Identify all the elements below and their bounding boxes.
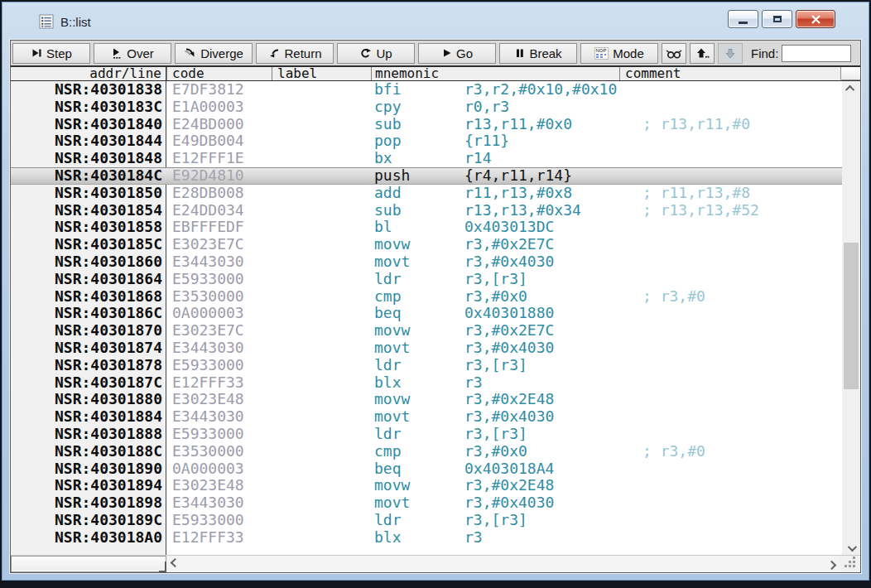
row-operands: r3 [464, 374, 619, 392]
table-row[interactable]: NSR:4030186C 0A000003 beq 0x40301880 [11, 305, 842, 322]
column-header-mnemonic[interactable]: mnemonic [371, 67, 619, 80]
row-address: NSR:4030187C [11, 374, 166, 392]
titlebar[interactable]: B::list [9, 4, 862, 39]
vertical-scrollbar[interactable] [842, 81, 860, 555]
row-address: NSR:40301848 [11, 150, 166, 167]
table-row[interactable]: NSR:40301880 E3023E48 movw r3,#0x2E48 [11, 391, 842, 408]
row-operands: r3,[r3] [464, 271, 619, 288]
table-row[interactable]: NSR:403018A0 E12FFF33 blx r3 [11, 529, 842, 547]
table-row[interactable]: NSR:40301848 E12FFF1E bx r14 [11, 150, 842, 167]
table-row[interactable]: NSR:40301840 E24BD000 sub r13,r11,#0x0 ;… [11, 116, 842, 133]
scroll-right-arrow[interactable] [825, 561, 840, 567]
maximize-button[interactable] [762, 10, 792, 28]
table-row[interactable]: NSR:4030184C E92D4810 push {r4,r11,r14} [11, 167, 842, 185]
row-address: NSR:40301850 [11, 185, 166, 202]
close-button[interactable] [796, 10, 835, 28]
table-row[interactable]: NSR:40301858 EBFFFEDF bl 0x403013DC [11, 219, 842, 236]
table-row[interactable]: NSR:40301898 E3443030 movt r3,#0x4030 [11, 494, 842, 512]
break-button[interactable]: Break [499, 43, 577, 64]
minimize-icon [739, 22, 748, 24]
row-comment: ; r3,#0 [619, 443, 842, 460]
table-row[interactable]: NSR:40301860 E3443030 movt r3,#0x4030 [11, 253, 842, 271]
row-address: NSR:4030188C [11, 443, 166, 460]
table-row[interactable]: NSR:40301838 E7DF3812 bfi r3,r2,#0x10,#0… [11, 81, 842, 99]
vertical-scroll-thumb[interactable] [844, 243, 859, 390]
table-row[interactable]: NSR:40301844 E49DB004 pop {r11} [11, 133, 842, 150]
over-button[interactable]: Over [94, 43, 171, 64]
row-code: E28DB008 [166, 185, 272, 202]
row-label [272, 271, 371, 288]
return-icon [267, 47, 280, 59]
column-header-addr[interactable]: addr/line [11, 67, 166, 80]
up-button[interactable]: Up [337, 43, 415, 64]
find-label: Find: [751, 46, 778, 60]
table-row[interactable]: NSR:40301870 E3023E7C movw r3,#0x2E7C [11, 322, 842, 340]
horizontal-scrollbar[interactable] [166, 556, 840, 572]
row-comment [619, 357, 842, 374]
column-header-comment[interactable]: comment [619, 67, 840, 80]
table-row[interactable]: NSR:4030183C E1A00003 cpy r0,r3 [11, 99, 842, 116]
column-header-code[interactable]: code [166, 67, 272, 80]
diverge-icon [184, 47, 196, 59]
row-mnemonic: sub [371, 202, 464, 219]
diverge-button[interactable]: Diverge [175, 43, 253, 64]
table-row[interactable]: NSR:40301888 E5933000 ldr r3,[r3] [11, 426, 842, 443]
scroll-down-arrow[interactable] [842, 541, 860, 555]
table-row[interactable]: NSR:4030187C E12FFF33 blx r3 [11, 374, 842, 392]
eyeglasses-button[interactable] [662, 43, 686, 64]
row-code: E3023E7C [166, 236, 272, 253]
table-row[interactable]: NSR:40301864 E5933000 ldr r3,[r3] [11, 271, 842, 288]
table-row[interactable]: NSR:4030185C E3023E7C movw r3,#0x2E7C [11, 236, 842, 253]
row-code: 0A000003 [166, 460, 272, 478]
return-button[interactable]: Return [256, 43, 334, 64]
row-code: E24BD000 [166, 116, 272, 133]
row-address: NSR:40301858 [11, 219, 166, 236]
table-row[interactable]: NSR:4030189C E5933000 ldr r3,[r3] [11, 512, 842, 529]
row-address: NSR:40301840 [11, 116, 166, 133]
table-row[interactable]: NSR:40301854 E24DD034 sub r13,r13,#0x34 … [11, 202, 842, 219]
row-label [272, 322, 371, 340]
row-address: NSR:40301890 [11, 460, 166, 478]
row-mnemonic: movw [371, 236, 464, 253]
table-row[interactable]: NSR:40301874 E3443030 movt r3,#0x4030 [11, 340, 842, 357]
toolbar: Step Over [11, 41, 860, 66]
table-row[interactable]: NSR:40301890 0A000003 beq 0x403018A4 [11, 460, 842, 478]
row-comment [619, 391, 842, 408]
table-row[interactable]: NSR:40301850 E28DB008 add r11,r13,#0x8 ;… [11, 185, 842, 202]
table-row[interactable]: NSR:40301884 E3443030 movt r3,#0x4030 [11, 408, 842, 426]
row-operands: r3,#0x4030 [464, 494, 619, 512]
scroll-left-arrow[interactable] [166, 561, 181, 567]
go-button[interactable]: Go [418, 43, 496, 64]
table-row[interactable]: NSR:4030188C E3530000 cmp r3,#0x0 ; r3,#… [11, 443, 842, 460]
minimize-button[interactable] [728, 10, 758, 28]
table-row[interactable]: NSR:40301878 E5933000 ldr r3,[r3] [11, 357, 842, 374]
scroll-up-dots-button[interactable] [690, 43, 715, 64]
table-row[interactable]: NSR:40301868 E3530000 cmp r3,#0x0 ; r3,#… [11, 288, 842, 306]
row-label [272, 477, 371, 494]
scroll-up-arrow[interactable] [842, 81, 860, 95]
mode-button[interactable]: NOP Mode [580, 43, 658, 64]
row-label [272, 426, 371, 443]
bottom-left-panel[interactable] [11, 556, 166, 572]
row-code: E12FFF33 [166, 529, 272, 547]
column-header-label[interactable]: label [272, 67, 371, 80]
row-mnemonic: push [371, 168, 464, 184]
row-code: E7DF3812 [166, 81, 272, 99]
find-input[interactable] [782, 45, 851, 62]
row-mnemonic: movt [371, 253, 464, 271]
row-label [272, 391, 371, 408]
row-mnemonic: beq [371, 305, 464, 322]
row-comment [619, 236, 842, 253]
row-comment [619, 477, 842, 494]
horizontal-scroll-track[interactable] [181, 556, 825, 572]
vertical-scroll-track[interactable] [842, 95, 860, 541]
row-operands: r3,#0x4030 [464, 340, 619, 357]
row-address: NSR:40301860 [11, 253, 166, 271]
table-row[interactable]: NSR:40301894 E3023E48 movw r3,#0x2E48 [11, 477, 842, 494]
row-address: NSR:40301898 [11, 494, 166, 512]
row-label [272, 236, 371, 253]
row-comment [619, 81, 842, 99]
resize-grip[interactable] [840, 556, 860, 572]
step-button[interactable]: Step [12, 43, 90, 64]
client-outer: Step Over [9, 39, 862, 574]
